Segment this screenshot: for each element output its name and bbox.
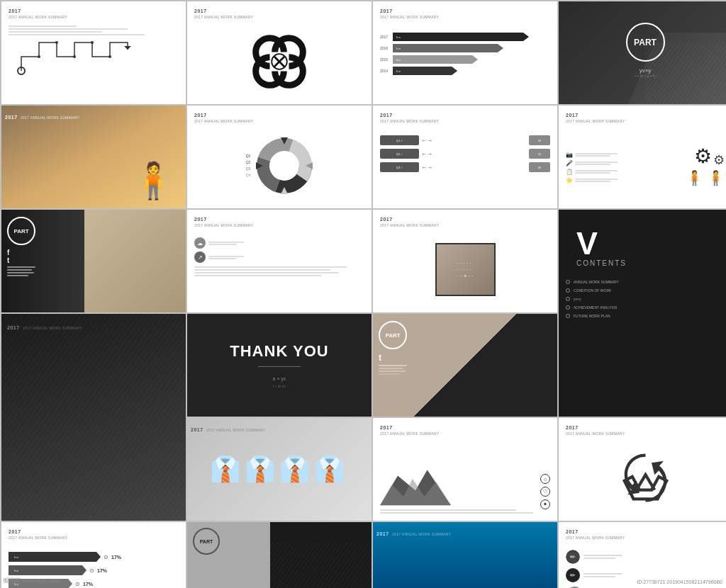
cloud-row-2: ↗ [194,251,364,263]
slide-17-year: 2017 [380,425,550,430]
contents-inner: V CONTENTS ANNUAL WORK SUMMARY CONDITION… [566,217,725,409]
building-diagonal-lines [1,314,186,521]
slide-4-part: PART yv×y i × m × a × b [559,1,726,104]
team-persons: 👔👔👔👔 [210,455,349,484]
slide-1-subtitle: 2017 ANNUAL WORK SUMMARY [9,15,179,19]
slide-9-content: PART f t [7,217,35,276]
knot-container [194,26,364,97]
mountain-text-lines [380,509,550,514]
arrow-label-4: 2014 [380,69,391,73]
share-symbol: ↗ [198,254,203,261]
slide-2-subtitle: 2017 ANNUAL WORK SUMMARY [194,15,364,19]
watermark-right: ID:27738721 201904150821147960B0 [637,579,722,584]
slide-7-subtitle: 2017 ANNUAL WORK SUMMARY [380,119,550,123]
f-label-9: f [7,249,35,256]
slide-11-header: 2017 2017 ANNUAL WORK SUMMARY [380,217,550,231]
info-text-2 [575,162,618,165]
mountain-svg [380,460,451,509]
pencil-icon-sym-2: ✏ [570,572,576,579]
slide-3-year: 2017 [380,9,550,13]
arrow-row-3: 2015 f×a [380,55,550,64]
arrows-container: 2017 f×a 2016 f×a 2015 f×a 2014 f×a [380,33,550,75]
side-icons-17: ○ ♡ ✦ [540,474,550,509]
slide-7-header: 2017 2017 ANNUAL WORK SUMMARY [380,113,550,127]
arrow-label-3: 2015 [380,57,391,62]
thankyou-line [258,366,301,367]
camera-icon: 📷 [566,152,573,158]
slide-16-header: 2017 2017 ANNUAL WORK SUMMARY [191,422,265,434]
slide-19-subtitle: 2017 ANNUAL WORK SUMMARY [9,536,179,540]
check-num-05: 05 [529,149,550,159]
arrow-label-1: 2017 [380,35,391,39]
h-arrow-row-1: f×a ⊙ 17% [9,552,179,562]
circle-icon-sym-1: ○ [544,477,547,482]
watermark-left-text: 昵图网 www.nipic.com [4,577,60,584]
cloud-icon-1: ☁ [194,237,206,249]
slide-10-year: 2017 [194,217,364,222]
slide-21-year: 2017 [376,531,389,536]
check-num-06: 06 [529,162,550,172]
pct-icon-1: ⊙ [104,554,108,560]
info-text-1 [575,153,618,157]
slide-13-subtitle: 2017 ANNUAL WORK SUMMARY [23,326,82,330]
star-icon: ⭐ [566,177,573,183]
slide-17-header: 2017 2017 ANNUAL WORK SUMMARY [380,425,550,439]
slide-21-header: 2017 2017 ANNUAL WORK SUMMARY [376,526,451,538]
persons-row: 🧍 🧍 [686,169,725,186]
donut-wrapper: Q1 Q2 Q3 Q4 [194,130,364,201]
contents-item-2: CONDITION OF WORK [566,288,717,293]
contents-v-letter: V [576,227,725,259]
pct-icon-2: ⊙ [89,567,94,574]
slide-grid: 2017 2017 ANNUAL WORK SUMMARY 2017 2017 … [0,0,726,588]
arrow-label-2: 2016 [380,46,391,50]
gear-large-icon: ⚙ [694,145,712,168]
pct-value-2: 17% [97,568,107,573]
contents-item-text-5: FUTURE WORK PLAN [574,314,610,318]
slide-19-year: 2017 [9,529,179,534]
slide-1-year: 2017 [9,9,179,13]
gears-content: 📷 🎤 📋 [566,130,725,201]
slide-18-recycle: 2017 2017 ANNUAL WORK SUMMARY [559,418,726,521]
slide-15-part-gradient: PART t [373,314,557,417]
info-text-3 [575,170,618,174]
check-row-3: Q3 ✓ ←→ 06 [380,162,550,172]
svg-marker-25 [380,479,451,506]
contents-dot-4 [566,305,570,310]
pencil-text-2 [583,573,622,577]
slide-21-underwater: 2017 2017 ANNUAL WORK SUMMARY 🐠🐟 [373,522,557,588]
gear-small-icon: ⚙ [713,152,725,168]
circle-icon-sym-2: ♡ [543,489,547,494]
check-num-04: 04 [529,135,550,145]
slide-6-subtitle: 2017 ANNUAL WORK SUMMARY [194,119,364,123]
recycle-knot-svg [615,448,676,508]
pencil-row-1: ✏ [566,550,725,564]
svg-point-2 [38,55,40,58]
slide-8-header: 2017 2017 ANNUAL WORK SUMMARY [566,113,725,127]
part-label-15: PART [385,332,400,339]
photo-dots: · · · · ·· · · · ·· · + · · [457,260,473,279]
slide-20-content: PART [193,528,220,555]
slide-7-checklist: 2017 2017 ANNUAL WORK SUMMARY Q1 ✓ ←→ 04… [373,106,557,208]
contents-item-text-3: yv×y [574,297,581,301]
check-row-1: Q1 ✓ ←→ 04 [380,135,550,145]
list-icon: 📋 [566,169,573,175]
donut-labels-left: Q1 Q2 Q3 Q4 [246,154,251,177]
circle-icon-3: ✦ [540,499,550,509]
gears-row: ⚙ ⚙ [694,145,725,168]
slide-3-arrows: 2017 2017 ANNUAL WORK SUMMARY 2017 f×a 2… [373,1,557,104]
slide-10-header: 2017 2017 ANNUAL WORK SUMMARY [194,217,364,231]
info-icon-row-1: 📷 [566,152,682,158]
contents-items: ANNUAL WORK SUMMARY CONDITION OF WORK yv… [566,280,717,318]
slide-9-part-city: PART f t [1,210,186,312]
info-15 [379,365,407,375]
slide-11-year: 2017 [380,217,550,222]
person-left-icon: 🧍 [686,169,703,186]
contents-item-3: yv×y [566,297,717,301]
part-year-label: yv×y [640,67,652,74]
circle-icon-1: ○ [540,474,550,484]
pencil-bubble-2: ✏ [566,568,580,582]
half-photo-bg [84,210,186,312]
slide-3-subtitle: 2017 ANNUAL WORK SUMMARY [380,15,550,19]
slide-18-header: 2017 2017 ANNUAL WORK SUMMARY [566,425,725,439]
slide-13-year: 2017 [7,325,20,330]
